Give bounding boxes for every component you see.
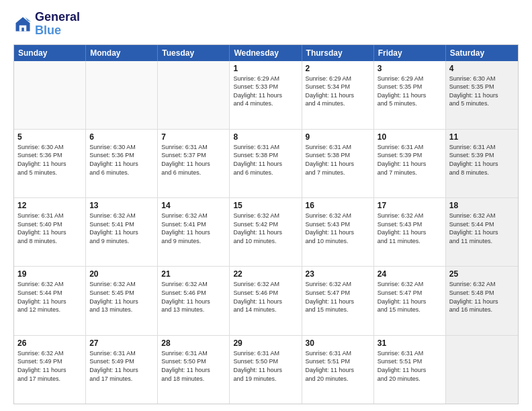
day-number: 13 bbox=[89, 201, 154, 210]
cell-info: Sunrise: 6:31 AM Sunset: 5:39 PM Dayligh… bbox=[378, 143, 442, 177]
calendar-cell: 9Sunrise: 6:31 AM Sunset: 5:38 PM Daylig… bbox=[302, 130, 374, 197]
cell-info: Sunrise: 6:31 AM Sunset: 5:50 PM Dayligh… bbox=[233, 349, 298, 383]
calendar-header-cell: Saturday bbox=[446, 45, 518, 61]
calendar-cell: 14Sunrise: 6:32 AM Sunset: 5:41 PM Dayli… bbox=[158, 198, 230, 266]
calendar-row: 19Sunrise: 6:32 AM Sunset: 5:44 PM Dayli… bbox=[14, 266, 518, 334]
day-number: 23 bbox=[306, 269, 370, 279]
logo: General Blue bbox=[13, 11, 80, 38]
calendar-cell: 19Sunrise: 6:32 AM Sunset: 5:44 PM Dayli… bbox=[14, 267, 86, 334]
cell-info: Sunrise: 6:32 AM Sunset: 5:49 PM Dayligh… bbox=[17, 349, 82, 383]
calendar-cell: 11Sunrise: 6:31 AM Sunset: 5:39 PM Dayli… bbox=[446, 130, 518, 197]
day-number: 14 bbox=[161, 201, 226, 210]
calendar-cell: 15Sunrise: 6:32 AM Sunset: 5:42 PM Dayli… bbox=[230, 198, 302, 266]
cell-info: Sunrise: 6:31 AM Sunset: 5:51 PM Dayligh… bbox=[306, 349, 370, 383]
calendar-cell: 24Sunrise: 6:32 AM Sunset: 5:47 PM Dayli… bbox=[374, 267, 446, 334]
calendar-cell: 25Sunrise: 6:32 AM Sunset: 5:48 PM Dayli… bbox=[446, 267, 518, 334]
logo-icon bbox=[13, 15, 32, 34]
calendar-row: 1Sunrise: 6:29 AM Sunset: 5:33 PM Daylig… bbox=[14, 61, 518, 129]
calendar-cell: 3Sunrise: 6:29 AM Sunset: 5:35 PM Daylig… bbox=[374, 61, 446, 129]
day-number: 19 bbox=[17, 269, 82, 279]
cell-info: Sunrise: 6:32 AM Sunset: 5:47 PM Dayligh… bbox=[306, 280, 370, 314]
calendar-cell: 22Sunrise: 6:32 AM Sunset: 5:46 PM Dayli… bbox=[230, 267, 302, 334]
cell-info: Sunrise: 6:32 AM Sunset: 5:44 PM Dayligh… bbox=[17, 280, 82, 314]
day-number: 6 bbox=[89, 132, 154, 142]
page: General Blue SundayMondayTuesdayWednesda… bbox=[0, 0, 532, 411]
calendar-header-cell: Sunday bbox=[14, 45, 86, 61]
cell-info: Sunrise: 6:32 AM Sunset: 5:44 PM Dayligh… bbox=[449, 212, 515, 245]
cell-info: Sunrise: 6:32 AM Sunset: 5:43 PM Dayligh… bbox=[306, 212, 370, 245]
calendar-cell: 13Sunrise: 6:32 AM Sunset: 5:41 PM Dayli… bbox=[86, 198, 158, 266]
cell-info: Sunrise: 6:29 AM Sunset: 5:35 PM Dayligh… bbox=[378, 75, 442, 108]
calendar-cell: 27Sunrise: 6:31 AM Sunset: 5:49 PM Dayli… bbox=[86, 336, 158, 404]
cell-info: Sunrise: 6:31 AM Sunset: 5:40 PM Dayligh… bbox=[17, 212, 82, 245]
cell-info: Sunrise: 6:31 AM Sunset: 5:49 PM Dayligh… bbox=[89, 349, 154, 383]
cell-info: Sunrise: 6:31 AM Sunset: 5:38 PM Dayligh… bbox=[306, 143, 370, 177]
calendar-header-cell: Wednesday bbox=[230, 45, 302, 61]
calendar-row: 5Sunrise: 6:30 AM Sunset: 5:36 PM Daylig… bbox=[14, 129, 518, 197]
calendar-cell: 7Sunrise: 6:31 AM Sunset: 5:37 PM Daylig… bbox=[158, 130, 230, 197]
calendar-body: 1Sunrise: 6:29 AM Sunset: 5:33 PM Daylig… bbox=[14, 61, 518, 404]
calendar-cell: 29Sunrise: 6:31 AM Sunset: 5:50 PM Dayli… bbox=[230, 336, 302, 404]
cell-info: Sunrise: 6:31 AM Sunset: 5:37 PM Dayligh… bbox=[161, 143, 226, 177]
day-number: 22 bbox=[233, 269, 298, 279]
calendar-cell: 20Sunrise: 6:32 AM Sunset: 5:45 PM Dayli… bbox=[86, 267, 158, 334]
day-number: 26 bbox=[17, 338, 82, 348]
day-number: 4 bbox=[449, 64, 515, 73]
day-number: 3 bbox=[378, 64, 442, 73]
calendar-cell: 28Sunrise: 6:31 AM Sunset: 5:50 PM Dayli… bbox=[158, 336, 230, 404]
cell-info: Sunrise: 6:31 AM Sunset: 5:50 PM Dayligh… bbox=[161, 349, 226, 383]
day-number: 9 bbox=[306, 132, 370, 142]
cell-info: Sunrise: 6:32 AM Sunset: 5:41 PM Dayligh… bbox=[161, 212, 226, 245]
day-number: 8 bbox=[233, 132, 298, 142]
cell-info: Sunrise: 6:32 AM Sunset: 5:41 PM Dayligh… bbox=[89, 212, 154, 245]
cell-info: Sunrise: 6:29 AM Sunset: 5:34 PM Dayligh… bbox=[306, 75, 370, 108]
day-number: 7 bbox=[161, 132, 226, 142]
calendar-cell bbox=[446, 336, 518, 404]
calendar-cell bbox=[158, 61, 230, 129]
calendar-row: 12Sunrise: 6:31 AM Sunset: 5:40 PM Dayli… bbox=[14, 197, 518, 266]
calendar-header-cell: Tuesday bbox=[158, 45, 230, 61]
cell-info: Sunrise: 6:30 AM Sunset: 5:36 PM Dayligh… bbox=[89, 143, 154, 177]
day-number: 16 bbox=[306, 201, 370, 210]
calendar-row: 26Sunrise: 6:32 AM Sunset: 5:49 PM Dayli… bbox=[14, 335, 518, 404]
calendar-cell: 30Sunrise: 6:31 AM Sunset: 5:51 PM Dayli… bbox=[302, 336, 374, 404]
calendar-header-cell: Thursday bbox=[302, 45, 374, 61]
day-number: 18 bbox=[449, 201, 515, 210]
day-number: 27 bbox=[89, 338, 154, 348]
calendar-cell bbox=[86, 61, 158, 129]
day-number: 24 bbox=[378, 269, 442, 279]
day-number: 21 bbox=[161, 269, 226, 279]
calendar: SundayMondayTuesdayWednesdayThursdayFrid… bbox=[13, 44, 519, 404]
day-number: 1 bbox=[233, 64, 298, 73]
day-number: 11 bbox=[449, 132, 515, 142]
day-number: 12 bbox=[17, 201, 82, 210]
day-number: 15 bbox=[233, 201, 298, 210]
calendar-header-cell: Monday bbox=[86, 45, 158, 61]
calendar-cell: 2Sunrise: 6:29 AM Sunset: 5:34 PM Daylig… bbox=[302, 61, 374, 129]
day-number: 31 bbox=[378, 338, 442, 348]
cell-info: Sunrise: 6:30 AM Sunset: 5:36 PM Dayligh… bbox=[17, 143, 82, 177]
cell-info: Sunrise: 6:31 AM Sunset: 5:51 PM Dayligh… bbox=[378, 349, 442, 383]
cell-info: Sunrise: 6:31 AM Sunset: 5:39 PM Dayligh… bbox=[449, 143, 515, 177]
calendar-cell: 17Sunrise: 6:32 AM Sunset: 5:43 PM Dayli… bbox=[374, 198, 446, 266]
svg-rect-3 bbox=[21, 28, 24, 31]
calendar-cell bbox=[14, 61, 86, 129]
calendar-cell: 31Sunrise: 6:31 AM Sunset: 5:51 PM Dayli… bbox=[374, 336, 446, 404]
day-number: 2 bbox=[306, 64, 370, 73]
calendar-cell: 10Sunrise: 6:31 AM Sunset: 5:39 PM Dayli… bbox=[374, 130, 446, 197]
cell-info: Sunrise: 6:32 AM Sunset: 5:46 PM Dayligh… bbox=[161, 280, 226, 314]
day-number: 10 bbox=[378, 132, 442, 142]
day-number: 30 bbox=[306, 338, 370, 348]
cell-info: Sunrise: 6:32 AM Sunset: 5:48 PM Dayligh… bbox=[449, 280, 515, 314]
calendar-cell: 23Sunrise: 6:32 AM Sunset: 5:47 PM Dayli… bbox=[302, 267, 374, 334]
calendar-header: SundayMondayTuesdayWednesdayThursdayFrid… bbox=[14, 45, 518, 61]
calendar-cell: 21Sunrise: 6:32 AM Sunset: 5:46 PM Dayli… bbox=[158, 267, 230, 334]
calendar-cell: 8Sunrise: 6:31 AM Sunset: 5:38 PM Daylig… bbox=[230, 130, 302, 197]
day-number: 5 bbox=[17, 132, 82, 142]
cell-info: Sunrise: 6:32 AM Sunset: 5:46 PM Dayligh… bbox=[233, 280, 298, 314]
calendar-cell: 26Sunrise: 6:32 AM Sunset: 5:49 PM Dayli… bbox=[14, 336, 86, 404]
day-number: 28 bbox=[161, 338, 226, 348]
day-number: 20 bbox=[89, 269, 154, 279]
calendar-cell: 1Sunrise: 6:29 AM Sunset: 5:33 PM Daylig… bbox=[230, 61, 302, 129]
cell-info: Sunrise: 6:32 AM Sunset: 5:47 PM Dayligh… bbox=[378, 280, 442, 314]
